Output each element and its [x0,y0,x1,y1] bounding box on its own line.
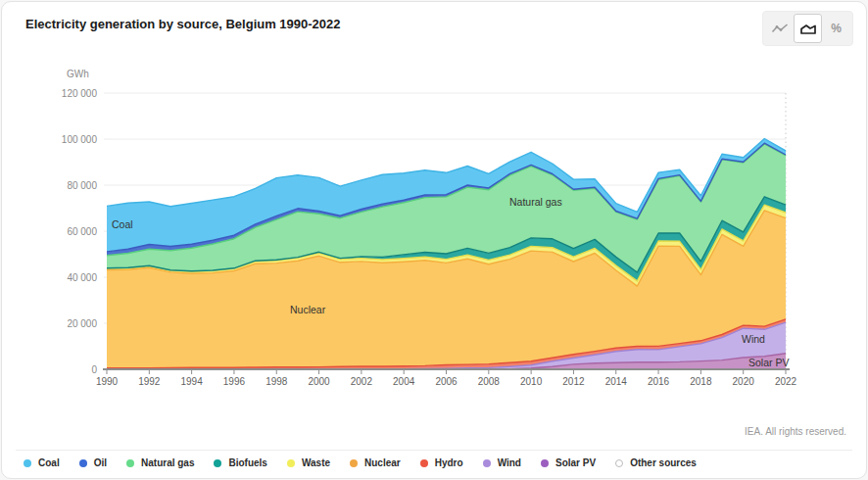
area-label-coal: Coal [112,218,133,230]
area-label-nuclear: Nuclear [290,304,325,315]
legend-dot-hydro [420,459,428,467]
legend-dot-waste [287,459,295,467]
x-tick-label: 2012 [562,376,585,387]
y-tick-label: 60 000 [67,226,97,237]
x-tick-label: 2022 [775,376,797,387]
legend-dot-wind [483,459,491,467]
legend-label-wind: Wind [498,457,521,468]
legend-dot-oil [79,459,87,467]
y-tick-label: 100 000 [62,134,98,145]
x-tick-label: 2006 [435,376,458,387]
area-label-solar-pv: Solar PV [748,357,789,368]
legend-label-hydro: Hydro [435,457,463,468]
legend-label-other-sources: Other sources [630,457,697,468]
legend-label-natural-gas: Natural gas [141,457,194,468]
legend-item-biofuels[interactable]: Biofuels [214,457,266,468]
area-label-natural-gas: Natural gas [509,196,562,208]
legend-label-nuclear: Nuclear [364,457,401,468]
x-tick-label: 2014 [605,376,628,387]
legend-item-natural-gas[interactable]: Natural gas [126,457,194,468]
stacked-area-chart: 1990199219941996199820002002200420062008… [2,2,867,423]
footer-divider [16,450,852,451]
x-tick-label: 2016 [648,376,670,387]
legend-label-oil: Oil [94,457,107,468]
x-tick-label: 2004 [393,376,415,387]
legend-label-coal: Coal [38,457,60,468]
chart-legend: CoalOilNatural gasBiofuelsWasteNuclearHy… [24,457,716,468]
y-tick-label: 20 000 [67,318,97,329]
y-tick-label: 120 000 [62,88,98,99]
legend-label-solar-pv: Solar PV [555,457,596,468]
legend-dot-nuclear [350,459,358,467]
legend-label-waste: Waste [302,457,330,468]
legend-item-waste[interactable]: Waste [287,457,330,468]
x-tick-label: 2018 [690,376,712,387]
legend-dot-natural-gas [126,459,134,467]
x-tick-label: 1998 [265,376,288,387]
legend-item-coal[interactable]: Coal [24,457,60,468]
y-tick-label: 0 [91,364,97,375]
y-tick-label: 40 000 [67,272,97,283]
x-tick-label: 1994 [181,376,204,387]
y-tick-label: 80 000 [67,180,97,191]
legend-dot-other-sources [615,459,623,467]
x-tick-label: 2002 [351,376,373,387]
legend-dot-coal [24,459,31,467]
legend-item-nuclear[interactable]: Nuclear [350,457,401,468]
legend-item-other-sources[interactable]: Other sources [615,457,697,468]
area-label-wind: Wind [742,333,765,345]
legend-item-hydro[interactable]: Hydro [420,457,463,468]
attribution-text: IEA. All rights reserved. [745,426,846,437]
x-tick-label: 1992 [138,376,161,387]
x-tick-label: 1990 [96,376,119,387]
x-tick-label: 2000 [308,376,330,387]
x-tick-label: 2010 [520,376,543,387]
x-tick-label: 2008 [478,376,501,387]
legend-item-oil[interactable]: Oil [79,457,107,468]
legend-item-wind[interactable]: Wind [483,457,521,468]
legend-item-solar-pv[interactable]: Solar PV [541,457,596,468]
x-tick-label: 1996 [223,376,246,387]
chart-card: Electricity generation by source, Belgiu… [1,1,867,479]
legend-dot-biofuels [214,459,221,467]
legend-label-biofuels: Biofuels [228,457,266,468]
legend-dot-solar-pv [541,459,549,467]
x-tick-label: 2020 [733,376,755,387]
